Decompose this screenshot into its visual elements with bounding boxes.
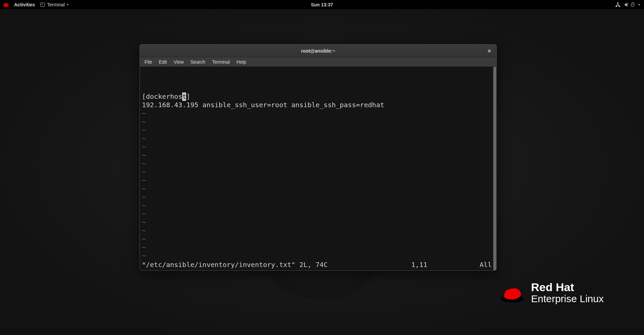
activities-button[interactable]: Activities — [14, 2, 35, 7]
terminal-viewport[interactable]: [dockerhost] 192.168.43.195 ansible_ssh_… — [140, 67, 496, 270]
terminal-menubar: File Edit View Search Terminal Help — [140, 57, 496, 67]
scrollbar-thumb[interactable] — [493, 67, 496, 270]
app-menu-terminal[interactable]: Terminal ▾ — [40, 2, 68, 7]
terminal-icon — [40, 3, 45, 7]
menu-file[interactable]: File — [142, 58, 155, 66]
vim-status-line: "/etc/ansible/inventory/inventory.txt" 2… — [142, 261, 492, 269]
close-icon: ✕ — [487, 48, 491, 54]
vim-status-file: "/etc/ansible/inventory/inventory.txt" 2… — [142, 261, 328, 269]
clock[interactable]: Sun 13:37 — [311, 2, 333, 7]
window-title: root@ansible:~ — [301, 48, 335, 54]
menu-terminal[interactable]: Terminal — [209, 58, 232, 66]
lock-icon — [631, 4, 634, 7]
menu-view[interactable]: View — [171, 58, 186, 66]
volume-icon — [624, 3, 627, 6]
brand-line1: Red Hat — [531, 281, 604, 293]
redhat-icon — [3, 3, 9, 7]
menu-search[interactable]: Search — [188, 58, 208, 66]
vim-cursor: t — [182, 92, 186, 101]
terminal-text: [dockerhost] 192.168.43.195 ansible_ssh_… — [142, 92, 494, 271]
network-icon — [615, 2, 620, 7]
brand-line2: Enterprise Linux — [531, 293, 604, 305]
close-button[interactable]: ✕ — [486, 47, 493, 55]
redhat-logo-icon — [500, 285, 523, 302]
vim-status-scroll: All — [472, 261, 492, 269]
menu-help[interactable]: Help — [234, 58, 249, 66]
menu-edit[interactable]: Edit — [156, 58, 170, 66]
terminal-window: root@ansible:~ ✕ File Edit View Search T… — [140, 44, 497, 271]
chevron-down-icon: ▾ — [638, 3, 640, 6]
system-tray[interactable]: ▾ — [615, 2, 644, 7]
app-menu-label: Terminal — [47, 2, 65, 7]
window-titlebar[interactable]: root@ansible:~ ✕ — [140, 45, 496, 57]
scrollbar[interactable] — [493, 67, 496, 270]
vim-status-position: 1,11 — [411, 261, 472, 269]
chevron-down-icon: ▾ — [67, 3, 68, 6]
gnome-topbar: Activities Terminal ▾ Sun 13:37 ▾ — [0, 0, 644, 9]
rhel-branding: Red Hat Enterprise Linux — [500, 281, 604, 305]
